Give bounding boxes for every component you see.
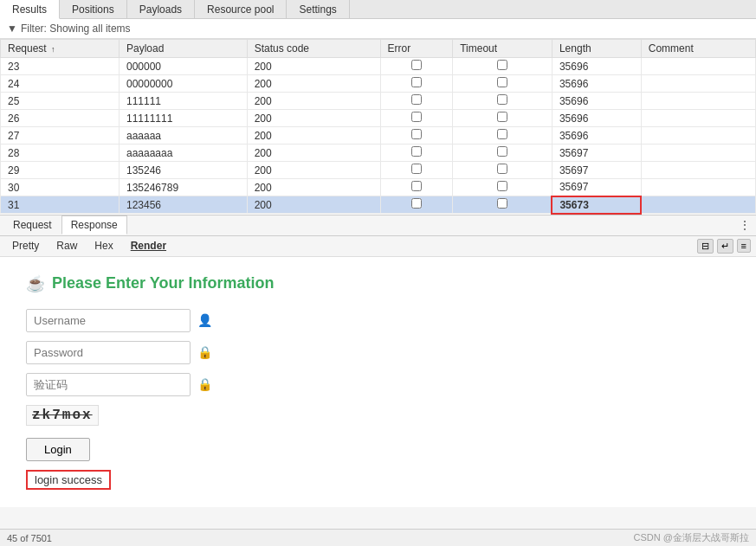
table-row[interactable]: 27 aaaaaa 200 35696 [1,127,756,145]
cell-comment [641,196,755,214]
cell-status-code: 200 [247,110,380,127]
username-input[interactable] [26,309,191,332]
cell-status-code: 200 [247,93,380,110]
pagination-text: 45 of 7501 [7,533,52,543]
cell-request: 25 [1,93,120,110]
status-bar: 45 of 7501 CSDN @金渐层大战哥斯拉 [0,529,756,546]
tab-resource-pool[interactable]: Resource pool [195,0,287,18]
cell-comment [641,162,755,179]
col-error[interactable]: Error [380,40,453,58]
login-status-text: login success [26,470,111,490]
cell-length: 35696 [552,110,641,127]
cell-error [380,75,453,93]
cell-error [380,196,453,214]
tab-response[interactable]: Response [61,215,127,234]
tab-settings[interactable]: Settings [287,0,349,18]
results-table: Request ↑ Payload Status code Error Time… [0,39,756,215]
view-tools: ⊟ ↵ ≡ [697,239,751,254]
cell-length: 35697 [552,179,641,196]
cell-request: 26 [1,110,120,127]
render-area: ☕ Please Enter Your Information 👤 🔒 🔒 zk… [0,257,756,507]
cell-request: 24 [1,75,120,93]
cell-timeout [453,75,552,93]
cell-timeout [453,110,552,127]
cell-timeout [453,145,552,162]
tab-pretty[interactable]: Pretty [3,237,48,254]
cell-timeout [453,58,552,75]
cell-payload: 123456 [120,196,248,214]
cell-error [380,179,453,196]
filter-text: Filter: Showing all items [21,22,131,35]
tab-render[interactable]: Render [122,237,175,254]
cell-comment [641,127,755,145]
table-row[interactable]: 30 135246789 200 35697 [1,179,756,196]
cell-payload: 111111 [120,93,248,110]
col-timeout[interactable]: Timeout [453,40,552,58]
password-icon: 🔒 [197,345,212,359]
table-row[interactable]: 31 123456 200 35673 [1,196,756,214]
tab-payloads[interactable]: Payloads [127,0,195,18]
cell-length: 35673 [552,196,641,214]
cell-timeout [453,127,552,145]
tab-positions[interactable]: Positions [60,0,127,18]
tab-hex[interactable]: Hex [86,237,121,254]
cell-status-code: 200 [247,75,380,93]
cell-comment [641,110,755,127]
table-row[interactable]: 24 00000000 200 35696 [1,75,756,93]
cell-timeout [453,162,552,179]
req-resp-tab-bar: Request Response ⋮ [0,215,756,236]
login-title: ☕ Please Enter Your Information [26,274,730,293]
tab-request[interactable]: Request [3,215,61,234]
login-button[interactable]: Login [26,438,90,461]
cell-comment [641,93,755,110]
login-button-row: Login [26,438,730,461]
col-status-code[interactable]: Status code [247,40,380,58]
col-payload[interactable]: Payload [120,40,248,58]
password-field-row: 🔒 [26,341,730,364]
table-row[interactable]: 25 111111 200 35696 [1,93,756,110]
col-length[interactable]: Length [552,40,641,58]
tool-menu[interactable]: ≡ [737,239,751,253]
tab-results[interactable]: Results [0,0,60,19]
top-tab-bar: Results Positions Payloads Resource pool… [0,0,756,19]
cell-payload: 000000 [120,58,248,75]
req-resp-menu-icon[interactable]: ⋮ [739,218,751,232]
cell-comment [641,145,755,162]
cell-length: 35697 [552,162,641,179]
tool-newline[interactable]: ↵ [717,239,733,254]
login-status-row: login success [26,470,730,490]
cell-length: 35696 [552,75,641,93]
cell-error [380,58,453,75]
cell-payload: aaaaaa [120,127,248,145]
cell-payload: 135246 [120,162,248,179]
username-field-row: 👤 [26,309,730,332]
password-input[interactable] [26,341,191,364]
cell-request: 27 [1,127,120,145]
cell-status-code: 200 [247,58,380,75]
col-request[interactable]: Request ↑ [1,40,120,58]
table-row[interactable]: 28 aaaaaaaa 200 35697 [1,145,756,162]
cell-payload: 135246789 [120,179,248,196]
tab-raw[interactable]: Raw [48,237,86,254]
captcha-row: 🔒 [26,373,730,396]
cell-request: 28 [1,145,120,162]
table-row[interactable]: 23 000000 200 35696 [1,58,756,75]
cell-length: 35696 [552,58,641,75]
col-comment[interactable]: Comment [641,40,755,58]
table-row[interactable]: 29 135246 200 35697 [1,162,756,179]
view-tab-bar: Pretty Raw Hex Render ⊟ ↵ ≡ [0,236,756,257]
cell-status-code: 200 [247,179,380,196]
cell-request: 23 [1,58,120,75]
cell-timeout [453,179,552,196]
captcha-input[interactable] [26,373,191,396]
table-row[interactable]: 26 11111111 200 35696 [1,110,756,127]
cell-payload: 11111111 [120,110,248,127]
filter-bar: ▼ Filter: Showing all items [0,19,756,39]
cup-icon: ☕ [26,274,45,293]
tool-wrap[interactable]: ⊟ [697,239,714,254]
csdn-watermark: CSDN @金渐层大战哥斯拉 [634,531,749,544]
cell-error [380,145,453,162]
cell-comment [641,75,755,93]
cell-status-code: 200 [247,196,380,214]
cell-payload: 00000000 [120,75,248,93]
